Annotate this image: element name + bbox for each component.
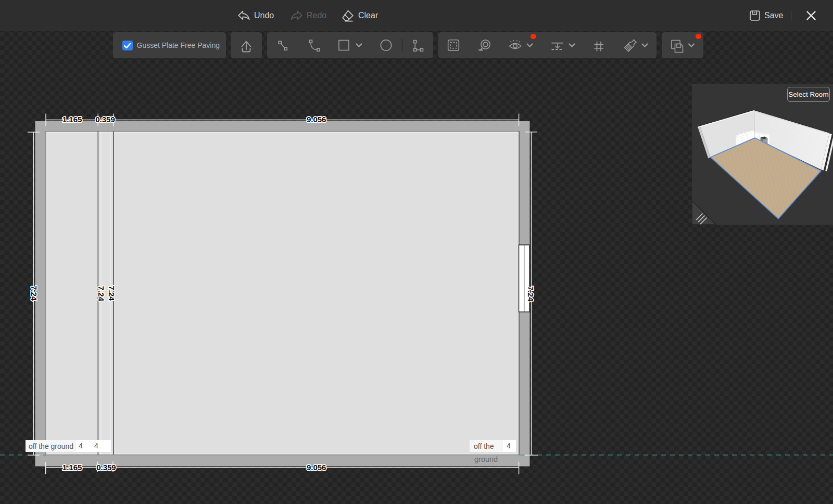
svg-text:7.24: 7.24 [97, 286, 106, 302]
svg-text:7.24: 7.24 [526, 286, 535, 302]
svg-text:0.359: 0.359 [96, 463, 116, 472]
svg-text:9.056: 9.056 [307, 463, 326, 472]
svg-text:7.24: 7.24 [30, 286, 39, 301]
svg-text:1.165: 1.165 [62, 463, 82, 472]
svg-text:1.165: 1.165 [62, 115, 82, 124]
svg-text:9.056: 9.056 [307, 115, 326, 124]
svg-text:0.359: 0.359 [95, 115, 115, 124]
svg-text:7.24: 7.24 [107, 286, 116, 301]
